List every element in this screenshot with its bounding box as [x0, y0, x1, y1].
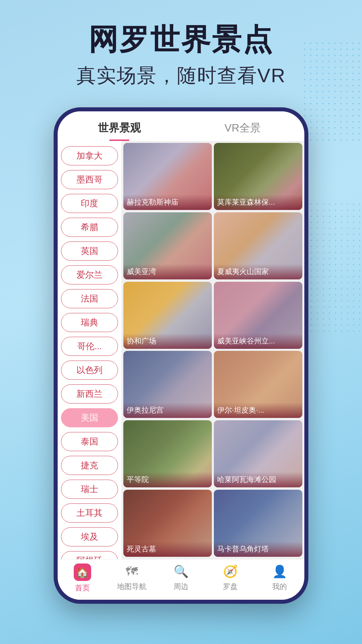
- grid-item-label-item5: 协和广场: [123, 333, 212, 349]
- country-tag-israel[interactable]: 以色列: [61, 361, 118, 380]
- grid-item-label-item2: 莫库莱亚森林保...: [214, 195, 302, 210]
- grid-item-item10[interactable]: 哈莱阿瓦海滩公园: [214, 420, 302, 487]
- sub-title: 真实场景，随时查看VR: [13, 63, 349, 89]
- header-section: 网罗世界景点 真实场景，随时查看VR: [0, 13, 362, 89]
- grid-item-item11[interactable]: 死灵古墓: [123, 490, 212, 557]
- nav-label-map: 地图导航: [117, 582, 146, 592]
- tab-world-scenery[interactable]: 世界景观: [58, 121, 181, 141]
- nav-item-profile[interactable]: 👤我的: [255, 564, 304, 593]
- nav-item-nearby[interactable]: 🔍周边: [156, 564, 205, 593]
- country-tag-uk[interactable]: 英国: [61, 241, 118, 261]
- country-tag-mexico[interactable]: 墨西哥: [61, 170, 118, 189]
- grid-item-item4[interactable]: 夏威夷火山国家: [214, 212, 302, 279]
- grid-item-item5[interactable]: 协和广场: [123, 282, 212, 349]
- tab-vr-panorama[interactable]: VR全景: [181, 121, 304, 141]
- nav-label-profile: 我的: [272, 582, 287, 592]
- phone-power-button: [306, 219, 308, 266]
- country-tag-argentina[interactable]: 阿根廷: [61, 551, 118, 559]
- country-tag-egypt[interactable]: 埃及: [61, 527, 118, 546]
- country-tag-swiss[interactable]: 瑞士: [61, 480, 118, 499]
- grid-item-label-item1: 赫拉克勒斯神庙: [123, 195, 212, 210]
- nav-label-compass: 罗盘: [223, 582, 238, 592]
- grid-item-item2[interactable]: 莫库莱亚森林保...: [214, 143, 302, 210]
- grid-item-item6[interactable]: 威美亚峡谷州立...: [214, 282, 302, 349]
- country-tag-france[interactable]: 法国: [61, 289, 118, 308]
- grid-item-item8[interactable]: 伊尔·坦皮奥·...: [214, 351, 302, 418]
- tab-header: 世界景观 VR全景: [58, 111, 304, 141]
- grid-item-label-item3: 威美亚湾: [123, 264, 212, 279]
- nav-icon-compass: 🧭: [222, 564, 238, 580]
- nav-icon-nearby: 🔍: [173, 564, 189, 580]
- grid-item-label-item8: 伊尔·坦皮奥·...: [214, 402, 302, 418]
- nav-icon-home: 🏠: [74, 564, 91, 581]
- country-tag-ireland[interactable]: 爱尔兰: [61, 265, 118, 284]
- grid-item-label-item10: 哈莱阿瓦海滩公园: [214, 472, 302, 487]
- bottom-navigation: 🏠首页🗺地图导航🔍周边🧭罗盘👤我的: [58, 559, 304, 600]
- nav-label-nearby: 周边: [174, 582, 188, 592]
- grid-item-item7[interactable]: 伊奥拉尼宫: [123, 351, 212, 418]
- grid-item-label-item7: 伊奥拉尼宫: [123, 402, 212, 418]
- phone-mockup: 世界景观 VR全景 加拿大墨西哥印度希腊英国爱尔兰法国瑞典哥伦...以色列新西兰…: [54, 107, 308, 604]
- nav-item-home[interactable]: 🏠首页: [58, 564, 107, 593]
- grid-item-label-item9: 平等院: [123, 472, 212, 487]
- phone-vol-up-button: [54, 205, 56, 239]
- country-tag-india[interactable]: 印度: [61, 194, 118, 213]
- nav-label-home: 首页: [75, 583, 90, 593]
- image-grid: 赫拉克勒斯神庙莫库莱亚森林保...威美亚湾夏威夷火山国家协和广场威美亚峡谷州立.…: [121, 141, 304, 559]
- grid-item-label-item6: 威美亚峡谷州立...: [214, 333, 302, 349]
- dots-decoration-bottom: [308, 201, 362, 335]
- nav-icon-map: 🗺: [124, 564, 140, 580]
- country-tag-sweden[interactable]: 瑞典: [61, 313, 118, 332]
- country-tag-canada[interactable]: 加拿大: [61, 146, 118, 165]
- content-area: 加拿大墨西哥印度希腊英国爱尔兰法国瑞典哥伦...以色列新西兰美国泰国捷克瑞士土耳…: [58, 141, 304, 559]
- nav-icon-profile: 👤: [272, 564, 288, 580]
- nav-item-map[interactable]: 🗺地图导航: [107, 564, 156, 593]
- nav-item-compass[interactable]: 🧭罗盘: [206, 564, 255, 593]
- grid-item-label-item4: 夏威夷火山国家: [214, 264, 302, 279]
- phone-vol-down-button: [54, 252, 56, 286]
- grid-item-item3[interactable]: 威美亚湾: [123, 212, 212, 279]
- country-tag-turkey[interactable]: 土耳其: [61, 503, 118, 523]
- country-tag-czech[interactable]: 捷克: [61, 456, 118, 475]
- main-title: 网罗世界景点: [13, 23, 349, 56]
- grid-item-item9[interactable]: 平等院: [123, 420, 212, 487]
- grid-item-item12[interactable]: 马卡普乌角灯塔: [214, 490, 302, 557]
- country-tag-thailand[interactable]: 泰国: [61, 432, 118, 451]
- country-tag-newzealand[interactable]: 新西兰: [61, 384, 118, 404]
- country-tag-usa[interactable]: 美国: [61, 408, 118, 427]
- grid-item-label-item12: 马卡普乌角灯塔: [214, 541, 302, 557]
- country-tag-colombia[interactable]: 哥伦...: [61, 337, 118, 356]
- country-tag-greece[interactable]: 希腊: [61, 218, 118, 237]
- grid-item-item1[interactable]: 赫拉克勒斯神庙: [123, 143, 212, 210]
- grid-item-label-item11: 死灵古墓: [123, 541, 212, 557]
- phone-screen: 世界景观 VR全景 加拿大墨西哥印度希腊英国爱尔兰法国瑞典哥伦...以色列新西兰…: [58, 111, 304, 600]
- country-list: 加拿大墨西哥印度希腊英国爱尔兰法国瑞典哥伦...以色列新西兰美国泰国捷克瑞士土耳…: [58, 141, 121, 559]
